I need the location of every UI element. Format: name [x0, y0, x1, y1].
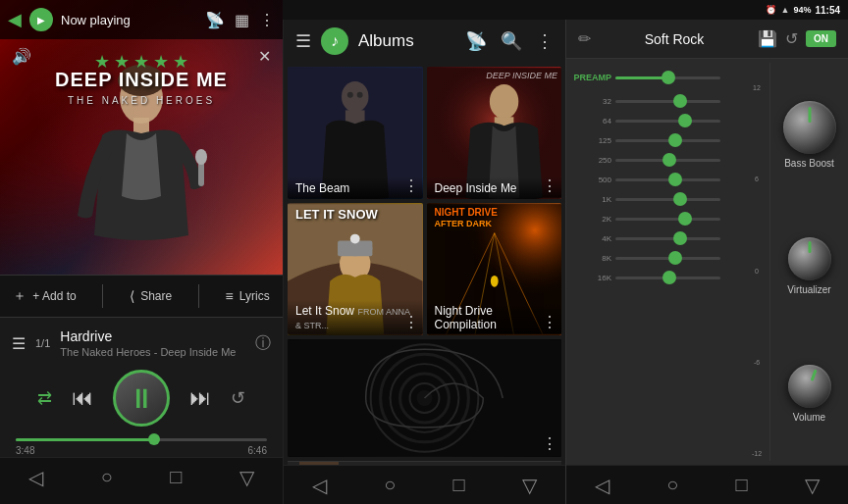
lyrics-button[interactable]: ≡ Lyrics [226, 288, 270, 304]
nav-back-icon[interactable]: ◁ [28, 466, 43, 489]
svg-point-6 [342, 81, 369, 112]
band-slider-2k[interactable] [615, 218, 720, 221]
action-bar: ＋ + Add to ⟨ Share ≡ Lyrics [0, 275, 283, 318]
previous-button[interactable]: ⏮ [72, 385, 93, 411]
band-thumb-64[interactable] [678, 114, 692, 127]
volume-knob[interactable] [781, 359, 836, 414]
star-5[interactable]: ★ [173, 51, 188, 73]
albums-title: Albums [358, 31, 455, 51]
nav-home-mid[interactable]: ○ [384, 474, 396, 496]
eq-pencil-icon[interactable]: ✏ [578, 29, 591, 48]
freq-label-8k: 8K [570, 254, 611, 263]
albums-row-2: LET IT SNOW Let It Snow FROM ANNA & STR.… [288, 203, 561, 335]
album-more-snow[interactable]: ⋮ [403, 313, 419, 331]
time-total: 6:46 [248, 445, 267, 456]
album-card-snow[interactable]: LET IT SNOW Let It Snow FROM ANNA & STR.… [288, 203, 423, 335]
back-button[interactable]: ◀ [8, 9, 22, 30]
band-slider-4k[interactable] [615, 237, 720, 240]
star-4[interactable]: ★ [153, 51, 169, 73]
eq-save-icon[interactable]: 💾 [758, 29, 777, 48]
nav-down-mid[interactable]: ▽ [522, 474, 537, 497]
progress-thumb[interactable] [148, 433, 160, 445]
add-to-button[interactable]: ＋ + Add to [13, 287, 76, 305]
album-more-night[interactable]: ⋮ [542, 313, 557, 331]
next-button[interactable]: ⏭ [189, 385, 211, 411]
nav-down-eq[interactable]: ▽ [805, 474, 820, 497]
album-card-spiral[interactable]: ⋮ [288, 339, 561, 457]
nav-back-eq[interactable]: ◁ [595, 474, 610, 497]
more-icon-mid[interactable]: ⋮ [536, 30, 554, 52]
album-card-deep[interactable]: DEEP INSIDE ME Deep Inside Me ⋮ [427, 67, 562, 199]
search-icon[interactable]: 🔍 [501, 30, 522, 52]
album-more-deep[interactable]: ⋮ [542, 176, 557, 195]
progress-bar[interactable] [16, 438, 267, 441]
eq-band-64: 64 [570, 111, 740, 130]
star-2[interactable]: ★ [114, 51, 130, 73]
band-slider-125[interactable] [615, 139, 720, 142]
equalizer-icon[interactable]: ▦ [235, 11, 249, 29]
album-more-beam[interactable]: ⋮ [403, 176, 419, 195]
album-card-beam[interactable]: The Beam ⋮ [288, 67, 423, 199]
albums-grid: The Beam ⋮ [284, 63, 565, 465]
band-thumb-2k[interactable] [678, 212, 692, 226]
album-more-spiral[interactable]: ⋮ [542, 434, 557, 453]
nav-recent-mid[interactable]: □ [453, 474, 465, 496]
band-slider-250[interactable] [615, 159, 720, 162]
preamp-thumb[interactable] [662, 71, 675, 84]
band-thumb-1k[interactable] [673, 192, 687, 206]
share-button[interactable]: ⟨ Share [130, 288, 172, 304]
band-thumb-8k[interactable] [668, 251, 682, 265]
add-to-label: + Add to [32, 289, 76, 303]
shuffle-button[interactable]: ⇄ [37, 387, 52, 409]
eq-nav-bar: ◁ ○ □ ▽ [566, 465, 848, 504]
freq-label-500: 500 [570, 176, 611, 184]
band-slider-64[interactable] [615, 120, 720, 123]
preamp-slider[interactable] [615, 76, 720, 79]
star-3[interactable]: ★ [133, 51, 149, 73]
svg-point-8 [347, 92, 353, 98]
cast-icon-mid[interactable]: 📡 [465, 30, 487, 52]
eq-band-1k: 1K [570, 189, 740, 209]
band-slider-32[interactable] [615, 100, 720, 103]
db-scale-6n: -6 [754, 359, 760, 366]
band-slider-1k[interactable] [615, 198, 720, 201]
nav-back-mid[interactable]: ◁ [312, 474, 327, 497]
eq-reset-icon[interactable]: ↺ [785, 29, 798, 48]
band-thumb-32[interactable] [673, 94, 687, 108]
track-info-icon[interactable]: ⓘ [255, 333, 271, 354]
band-slider-500[interactable] [615, 178, 720, 181]
more-options-icon[interactable]: ⋮ [259, 11, 275, 29]
menu-icon[interactable]: ☰ [295, 30, 311, 52]
track-name: Hardrive [60, 328, 245, 344]
album-subtitle: THE NAKED HEROES [0, 95, 283, 106]
mini-play-button[interactable]: ▶ [29, 8, 53, 31]
nav-home-eq[interactable]: ○ [666, 474, 678, 496]
db-scale-0: 0 [755, 268, 759, 275]
eq-on-button[interactable]: ON [806, 30, 836, 47]
band-thumb-4k[interactable] [673, 231, 687, 245]
star-1[interactable]: ★ [94, 51, 110, 73]
band-slider-16k[interactable] [615, 277, 720, 279]
nav-home-icon[interactable]: ○ [101, 466, 113, 488]
track-name-block: Hardrive The Naked Heroes - Deep Inside … [60, 328, 245, 358]
nav-recent-eq[interactable]: □ [736, 474, 748, 496]
app-logo[interactable]: ♪ [321, 27, 348, 55]
rating-stars[interactable]: ★ ★ ★ ★ ★ [0, 51, 283, 73]
nav-down-icon[interactable]: ▽ [239, 466, 254, 489]
nav-recent-icon[interactable]: □ [170, 466, 182, 488]
band-thumb-250[interactable] [662, 153, 676, 167]
repeat-button[interactable]: ↺ [231, 387, 245, 409]
cast-icon[interactable]: 📡 [205, 11, 225, 29]
virtualizer-knob[interactable] [788, 237, 831, 280]
freq-label-16k: 16K [570, 274, 611, 282]
play-pause-button[interactable]: ⏸ [113, 370, 170, 427]
eq-band-16k: 16K [570, 268, 740, 287]
band-thumb-125[interactable] [668, 133, 682, 147]
bass-boost-knob[interactable] [783, 101, 836, 154]
band-slider-8k[interactable] [615, 257, 720, 260]
track-list-icon[interactable]: ☰ [12, 334, 26, 353]
album-card-night[interactable]: NIGHT DRIVE AFTER DARK Night Drive Compi… [427, 203, 562, 335]
band-thumb-500[interactable] [668, 173, 682, 186]
band-thumb-16k[interactable] [662, 271, 676, 284]
eq-sliders-area: PREAMP 32 [566, 63, 744, 461]
